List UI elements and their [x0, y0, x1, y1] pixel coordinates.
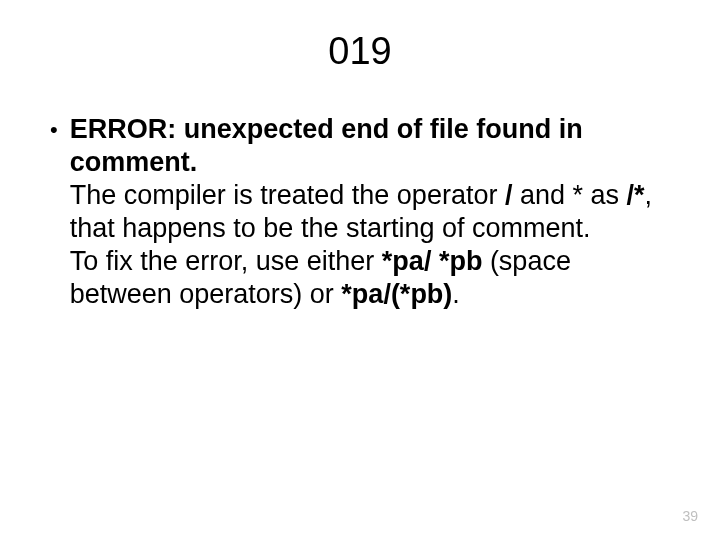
error-line: ERROR: unexpected end of file found in c…	[70, 114, 583, 177]
page-number: 39	[682, 508, 698, 524]
fix-option-1: *pa/ *pb	[382, 246, 483, 276]
text-segment: The compiler is treated the operator	[70, 180, 505, 210]
text-segment: and * as	[512, 180, 626, 210]
bullet-item: • ERROR: unexpected end of file found in…	[50, 113, 680, 311]
bullet-text: ERROR: unexpected end of file found in c…	[70, 113, 680, 311]
text-segment: .	[452, 279, 460, 309]
slide-title: 019	[40, 30, 680, 73]
text-segment: To fix the error, use either	[70, 246, 382, 276]
bullet-icon: •	[50, 113, 70, 146]
fix-option-2: *pa/(*pb)	[341, 279, 452, 309]
slide: 019 • ERROR: unexpected end of file foun…	[0, 0, 720, 540]
operator-comment: /*	[627, 180, 645, 210]
slide-content: • ERROR: unexpected end of file found in…	[40, 113, 680, 311]
